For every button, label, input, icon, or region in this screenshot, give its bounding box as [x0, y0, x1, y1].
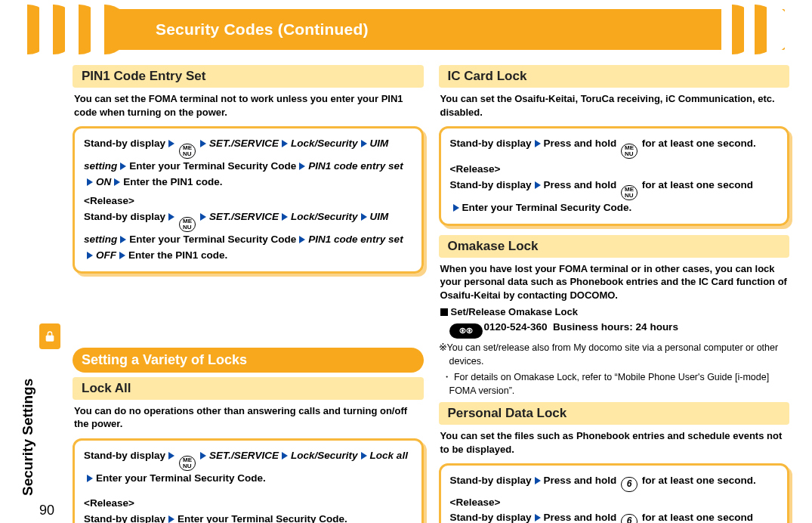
arrow-icon [119, 252, 125, 259]
arrow-icon [168, 140, 174, 147]
procedure-personal: Stand-by displayPress and hold 6 for at … [439, 463, 790, 523]
standby-label: Stand-by display [450, 179, 532, 190]
arrow-icon [453, 204, 459, 212]
arrow-icon [535, 477, 541, 484]
six-key-icon: 6 [621, 514, 638, 523]
step-text: Enter the PIN1 code. [128, 249, 227, 261]
release-label: <Release> [84, 496, 412, 512]
heading-lockall: Lock All [73, 377, 424, 400]
procedure-pin1: Stand-by displayMENUSET./SERVICELock/Sec… [73, 126, 424, 274]
sidebar: Security Settings 90 [0, 0, 69, 523]
menu-key-icon: MENU [621, 144, 638, 159]
left-column: PIN1 Code Entry Set You can set the FOMA… [73, 60, 424, 523]
step-text: Press and hold [544, 138, 617, 149]
lock-icon [39, 323, 60, 349]
business-hours: Business hours: 24 hours [553, 321, 678, 333]
menu-key-icon: MENU [179, 144, 196, 159]
six-key-icon: 6 [621, 477, 638, 492]
menu-path: SET./SERVICE [209, 211, 279, 222]
square-bullet-icon [440, 308, 448, 316]
release-label: <Release> [450, 495, 779, 511]
header-decor-left [27, 5, 156, 54]
standby-label: Stand-by display [84, 513, 165, 523]
standby-label: Stand-by display [450, 138, 532, 149]
arrow-icon [87, 178, 93, 186]
arrow-icon [282, 452, 288, 460]
arrow-icon [168, 515, 174, 523]
arrow-icon [87, 475, 93, 482]
step-text: Enter your Terminal Security Code. [96, 472, 266, 484]
arrow-icon [282, 140, 288, 147]
procedure-iccard: Stand-by displayPress and hold MENU for … [439, 126, 790, 226]
omakase-setrelease: Set/Release Omakase Lock [440, 305, 789, 319]
menu-path: PIN1 code entry set [308, 234, 403, 245]
arrow-icon [120, 236, 126, 243]
omakase-setrelease-label: Set/Release Omakase Lock [451, 306, 578, 317]
menu-path: ON [96, 176, 111, 187]
menu-path: SET./SERVICE [209, 450, 279, 461]
arrow-icon [282, 213, 288, 221]
step-text: Press and hold [544, 475, 617, 486]
heading-omakase: Omakase Lock [439, 235, 790, 258]
menu-key-icon: MENU [179, 217, 196, 232]
arrow-icon [299, 236, 305, 243]
page-header: Security Codes (Continued) [73, 9, 785, 50]
standby-label: Stand-by display [450, 512, 532, 523]
page-title: Security Codes (Continued) [156, 20, 369, 39]
arrow-icon [361, 452, 367, 460]
menu-path: Lock/Security [291, 211, 358, 222]
omakase-note2: ・ For details on Omakase Lock, refer to … [449, 371, 790, 398]
menu-path: OFF [96, 249, 116, 261]
intro-lockall: You can do no operations other than answ… [74, 404, 422, 431]
intro-iccard: You can set the Osaifu-Keitai, ToruCa re… [440, 92, 789, 119]
menu-key-icon: MENU [621, 185, 638, 200]
intro-pin1: You can set the FOMA terminal not to wor… [74, 92, 422, 119]
arrow-icon [361, 213, 367, 221]
menu-path: Lock/Security [291, 450, 358, 461]
arrow-icon [200, 140, 206, 147]
heading-iccard: IC Card Lock [439, 65, 790, 88]
heading-pin1: PIN1 Code Entry Set [73, 65, 424, 88]
standby-label: Stand-by display [84, 450, 165, 461]
step-text: for at least one second. [642, 138, 756, 149]
omakase-phone-line: ⦿ ⦿0120-524-360 Business hours: 24 hours [449, 321, 789, 339]
release-label: <Release> [450, 162, 779, 178]
procedure-lockall: Stand-by displayMENUSET./SERVICELock/Sec… [73, 438, 424, 523]
menu-path: PIN1 code entry set [308, 160, 403, 172]
menu-path: SET./SERVICE [209, 138, 279, 149]
right-column: IC Card Lock You can set the Osaifu-Keit… [439, 60, 790, 523]
arrow-icon [535, 181, 541, 189]
standby-label: Stand-by display [84, 211, 165, 222]
content-columns: PIN1 Code Entry Set You can set the FOMA… [0, 60, 812, 523]
section-label: Security Settings [20, 379, 36, 496]
page-number: 90 [39, 503, 54, 518]
arrow-icon [120, 162, 126, 170]
menu-key-icon: MENU [179, 456, 196, 471]
step-text: for at least one second [642, 179, 753, 190]
arrow-icon [535, 140, 541, 147]
menu-path: Lock all [370, 450, 408, 461]
step-text: Press and hold [544, 512, 617, 523]
step-text: Enter your Terminal Security Code. [462, 202, 632, 213]
phone-number: 0120-524-360 [484, 321, 548, 333]
step-text: Enter your Terminal Security Code. [178, 513, 347, 523]
release-label: <Release> [84, 193, 412, 209]
arrow-icon [87, 252, 93, 259]
arrow-icon [114, 178, 120, 186]
step-text: Enter your Terminal Security Code [129, 234, 296, 245]
step-text: Press and hold [544, 179, 617, 190]
arrow-icon [200, 213, 206, 221]
arrow-icon [361, 140, 367, 147]
arrow-icon [299, 162, 305, 170]
header-decor-right [721, 5, 789, 54]
arrow-icon [535, 514, 541, 521]
intro-personal: You can set the files such as Phonebook … [440, 429, 789, 456]
standby-label: Stand-by display [84, 138, 165, 149]
arrow-icon [168, 213, 174, 221]
step-text: for at least one second. [642, 475, 756, 486]
standby-label: Stand-by display [450, 475, 532, 486]
omakase-note1: ※You can set/release also from My docomo… [449, 342, 790, 368]
arrow-icon [168, 452, 174, 460]
intro-omakase: When you have lost your FOMA terminal or… [440, 262, 789, 302]
menu-path: Lock/Security [291, 138, 358, 149]
